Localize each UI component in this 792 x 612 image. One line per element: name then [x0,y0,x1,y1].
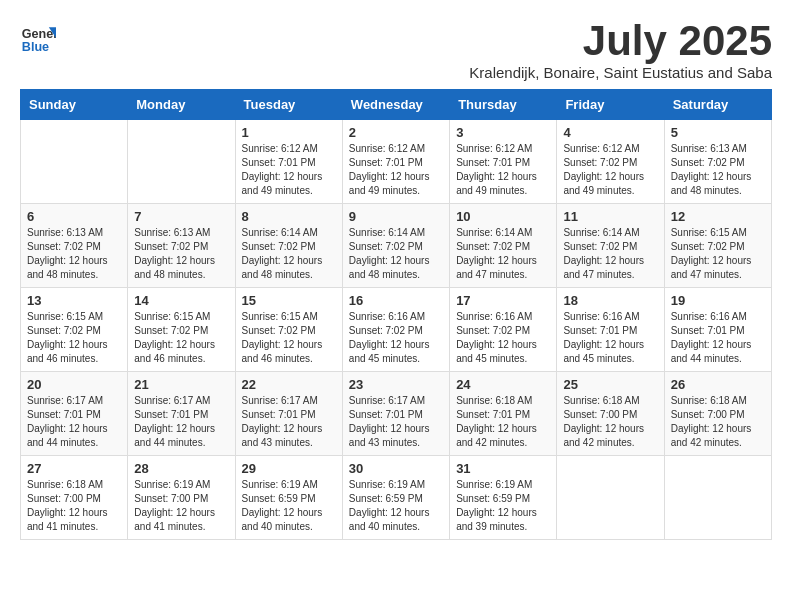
day-number: 29 [242,461,336,476]
calendar-cell: 4 Sunrise: 6:12 AMSunset: 7:02 PMDayligh… [557,120,664,204]
calendar-cell: 30 Sunrise: 6:19 AMSunset: 6:59 PMDaylig… [342,456,449,540]
calendar-cell: 25 Sunrise: 6:18 AMSunset: 7:00 PMDaylig… [557,372,664,456]
day-number: 10 [456,209,550,224]
calendar-cell: 10 Sunrise: 6:14 AMSunset: 7:02 PMDaylig… [450,204,557,288]
weekday-header-monday: Monday [128,90,235,120]
calendar-cell: 28 Sunrise: 6:19 AMSunset: 7:00 PMDaylig… [128,456,235,540]
calendar-cell: 12 Sunrise: 6:15 AMSunset: 7:02 PMDaylig… [664,204,771,288]
calendar-cell [21,120,128,204]
day-number: 13 [27,293,121,308]
day-number: 21 [134,377,228,392]
logo: General Blue [20,20,56,56]
day-number: 26 [671,377,765,392]
svg-text:Blue: Blue [22,40,49,54]
day-number: 9 [349,209,443,224]
calendar-cell: 31 Sunrise: 6:19 AMSunset: 6:59 PMDaylig… [450,456,557,540]
calendar-cell [664,456,771,540]
weekday-header-saturday: Saturday [664,90,771,120]
day-number: 14 [134,293,228,308]
day-number: 4 [563,125,657,140]
day-number: 12 [671,209,765,224]
day-number: 23 [349,377,443,392]
day-info: Sunrise: 6:19 AMSunset: 6:59 PMDaylight:… [349,479,430,532]
day-info: Sunrise: 6:17 AMSunset: 7:01 PMDaylight:… [134,395,215,448]
day-info: Sunrise: 6:17 AMSunset: 7:01 PMDaylight:… [27,395,108,448]
day-info: Sunrise: 6:13 AMSunset: 7:02 PMDaylight:… [134,227,215,280]
calendar-cell: 26 Sunrise: 6:18 AMSunset: 7:00 PMDaylig… [664,372,771,456]
week-row-5: 27 Sunrise: 6:18 AMSunset: 7:00 PMDaylig… [21,456,772,540]
calendar-cell: 3 Sunrise: 6:12 AMSunset: 7:01 PMDayligh… [450,120,557,204]
calendar-cell: 18 Sunrise: 6:16 AMSunset: 7:01 PMDaylig… [557,288,664,372]
day-info: Sunrise: 6:16 AMSunset: 7:01 PMDaylight:… [671,311,752,364]
day-number: 1 [242,125,336,140]
week-row-2: 6 Sunrise: 6:13 AMSunset: 7:02 PMDayligh… [21,204,772,288]
day-info: Sunrise: 6:12 AMSunset: 7:01 PMDaylight:… [349,143,430,196]
calendar-cell: 11 Sunrise: 6:14 AMSunset: 7:02 PMDaylig… [557,204,664,288]
day-info: Sunrise: 6:18 AMSunset: 7:01 PMDaylight:… [456,395,537,448]
day-number: 19 [671,293,765,308]
weekday-header-thursday: Thursday [450,90,557,120]
page-header: General Blue July 2025 Kralendijk, Bonai… [20,20,772,81]
calendar-cell: 6 Sunrise: 6:13 AMSunset: 7:02 PMDayligh… [21,204,128,288]
day-number: 25 [563,377,657,392]
day-info: Sunrise: 6:12 AMSunset: 7:02 PMDaylight:… [563,143,644,196]
calendar-cell: 9 Sunrise: 6:14 AMSunset: 7:02 PMDayligh… [342,204,449,288]
calendar-cell [128,120,235,204]
day-number: 18 [563,293,657,308]
day-info: Sunrise: 6:16 AMSunset: 7:02 PMDaylight:… [349,311,430,364]
calendar-cell: 27 Sunrise: 6:18 AMSunset: 7:00 PMDaylig… [21,456,128,540]
weekday-header-row: SundayMondayTuesdayWednesdayThursdayFrid… [21,90,772,120]
calendar-cell: 21 Sunrise: 6:17 AMSunset: 7:01 PMDaylig… [128,372,235,456]
calendar-cell: 7 Sunrise: 6:13 AMSunset: 7:02 PMDayligh… [128,204,235,288]
weekday-header-wednesday: Wednesday [342,90,449,120]
day-number: 2 [349,125,443,140]
day-info: Sunrise: 6:18 AMSunset: 7:00 PMDaylight:… [671,395,752,448]
calendar-cell: 23 Sunrise: 6:17 AMSunset: 7:01 PMDaylig… [342,372,449,456]
day-number: 15 [242,293,336,308]
title-block: July 2025 Kralendijk, Bonaire, Saint Eus… [469,20,772,81]
calendar-cell: 17 Sunrise: 6:16 AMSunset: 7:02 PMDaylig… [450,288,557,372]
day-info: Sunrise: 6:15 AMSunset: 7:02 PMDaylight:… [134,311,215,364]
day-number: 6 [27,209,121,224]
day-info: Sunrise: 6:13 AMSunset: 7:02 PMDaylight:… [671,143,752,196]
week-row-1: 1 Sunrise: 6:12 AMSunset: 7:01 PMDayligh… [21,120,772,204]
calendar-cell: 14 Sunrise: 6:15 AMSunset: 7:02 PMDaylig… [128,288,235,372]
weekday-header-sunday: Sunday [21,90,128,120]
day-info: Sunrise: 6:13 AMSunset: 7:02 PMDaylight:… [27,227,108,280]
day-info: Sunrise: 6:12 AMSunset: 7:01 PMDaylight:… [456,143,537,196]
day-info: Sunrise: 6:14 AMSunset: 7:02 PMDaylight:… [563,227,644,280]
day-info: Sunrise: 6:14 AMSunset: 7:02 PMDaylight:… [456,227,537,280]
day-info: Sunrise: 6:18 AMSunset: 7:00 PMDaylight:… [27,479,108,532]
logo-icon: General Blue [20,20,56,56]
day-info: Sunrise: 6:14 AMSunset: 7:02 PMDaylight:… [242,227,323,280]
calendar-cell [557,456,664,540]
day-info: Sunrise: 6:19 AMSunset: 6:59 PMDaylight:… [242,479,323,532]
location-subtitle: Kralendijk, Bonaire, Saint Eustatius and… [469,64,772,81]
calendar-cell: 19 Sunrise: 6:16 AMSunset: 7:01 PMDaylig… [664,288,771,372]
day-number: 24 [456,377,550,392]
day-number: 16 [349,293,443,308]
day-number: 17 [456,293,550,308]
day-number: 28 [134,461,228,476]
calendar-cell: 29 Sunrise: 6:19 AMSunset: 6:59 PMDaylig… [235,456,342,540]
calendar-cell: 1 Sunrise: 6:12 AMSunset: 7:01 PMDayligh… [235,120,342,204]
day-info: Sunrise: 6:12 AMSunset: 7:01 PMDaylight:… [242,143,323,196]
day-number: 27 [27,461,121,476]
calendar-cell: 15 Sunrise: 6:15 AMSunset: 7:02 PMDaylig… [235,288,342,372]
calendar-cell: 2 Sunrise: 6:12 AMSunset: 7:01 PMDayligh… [342,120,449,204]
day-info: Sunrise: 6:17 AMSunset: 7:01 PMDaylight:… [349,395,430,448]
day-info: Sunrise: 6:15 AMSunset: 7:02 PMDaylight:… [242,311,323,364]
calendar-cell: 5 Sunrise: 6:13 AMSunset: 7:02 PMDayligh… [664,120,771,204]
day-info: Sunrise: 6:15 AMSunset: 7:02 PMDaylight:… [671,227,752,280]
week-row-3: 13 Sunrise: 6:15 AMSunset: 7:02 PMDaylig… [21,288,772,372]
day-number: 31 [456,461,550,476]
week-row-4: 20 Sunrise: 6:17 AMSunset: 7:01 PMDaylig… [21,372,772,456]
calendar-cell: 20 Sunrise: 6:17 AMSunset: 7:01 PMDaylig… [21,372,128,456]
calendar-cell: 16 Sunrise: 6:16 AMSunset: 7:02 PMDaylig… [342,288,449,372]
day-info: Sunrise: 6:16 AMSunset: 7:02 PMDaylight:… [456,311,537,364]
day-number: 3 [456,125,550,140]
weekday-header-tuesday: Tuesday [235,90,342,120]
day-number: 5 [671,125,765,140]
day-info: Sunrise: 6:14 AMSunset: 7:02 PMDaylight:… [349,227,430,280]
calendar-cell: 8 Sunrise: 6:14 AMSunset: 7:02 PMDayligh… [235,204,342,288]
